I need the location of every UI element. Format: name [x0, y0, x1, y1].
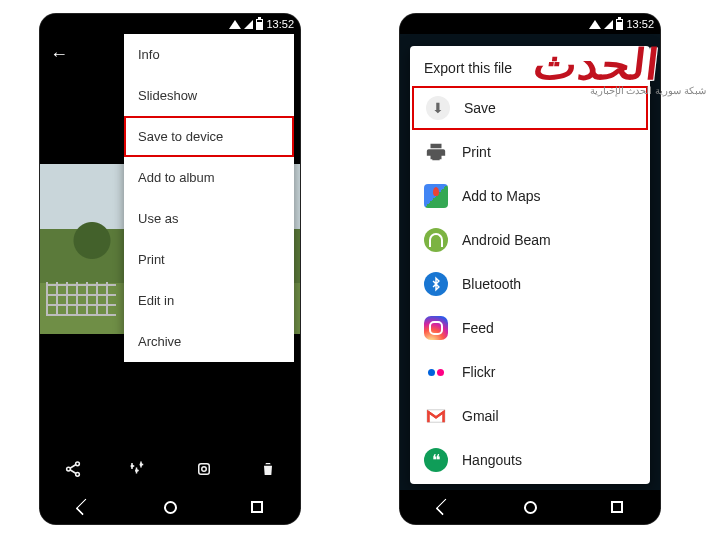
share-item-save[interactable]: ⬇ Save: [412, 86, 648, 130]
menu-item-label: Use as: [138, 211, 178, 226]
share-item-label: Save: [464, 100, 496, 116]
clock: 13:52: [626, 18, 654, 30]
svg-point-4: [136, 470, 138, 472]
share-item-label: Add to Maps: [462, 188, 541, 204]
phone-right: 13:52 Export this file ⬇ Save Print: [400, 14, 660, 524]
menu-item-use-as[interactable]: Use as: [124, 198, 294, 239]
share-item-hangouts[interactable]: ❝ Hangouts: [410, 438, 650, 482]
photo-toolbar: [40, 460, 300, 482]
nav-recent-icon[interactable]: [611, 501, 623, 513]
nav-back-icon[interactable]: [75, 499, 92, 516]
clock: 13:52: [266, 18, 294, 30]
android-beam-icon: [424, 228, 448, 252]
menu-item-label: Archive: [138, 334, 181, 349]
share-item-label: Bluetooth: [462, 276, 521, 292]
gmail-icon: [424, 404, 448, 428]
lens-icon[interactable]: [195, 460, 213, 482]
battery-icon: [256, 19, 263, 30]
share-item-flickr[interactable]: Flickr: [410, 350, 650, 394]
android-nav-bar: [400, 490, 660, 524]
overflow-menu: Info Slideshow Save to device Add to alb…: [124, 34, 294, 362]
menu-item-label: Add to album: [138, 170, 215, 185]
status-bar: 13:52: [400, 14, 660, 34]
menu-item-print[interactable]: Print: [124, 239, 294, 280]
share-item-label: Flickr: [462, 364, 495, 380]
flickr-icon: [424, 360, 448, 384]
svg-point-3: [132, 465, 134, 467]
export-screen: Export this file ⬇ Save Print Add to Map…: [400, 34, 660, 490]
nav-recent-icon[interactable]: [251, 501, 263, 513]
share-item-label: Print: [462, 144, 491, 160]
print-icon: [424, 140, 448, 164]
share-sheet-title: Export this file: [410, 56, 650, 86]
wifi-icon: [229, 20, 241, 29]
menu-item-label: Save to device: [138, 129, 223, 144]
share-item-gmail[interactable]: Gmail: [410, 394, 650, 438]
share-item-label: Hangouts: [462, 452, 522, 468]
download-icon: ⬇: [426, 96, 450, 120]
trash-icon[interactable]: [260, 460, 276, 482]
share-sheet: Export this file ⬇ Save Print Add to Map…: [410, 46, 650, 484]
menu-item-label: Slideshow: [138, 88, 197, 103]
svg-point-5: [141, 464, 143, 466]
menu-item-archive[interactable]: Archive: [124, 321, 294, 362]
battery-icon: [616, 19, 623, 30]
share-item-bluetooth[interactable]: Bluetooth: [410, 262, 650, 306]
menu-item-slideshow[interactable]: Slideshow: [124, 75, 294, 116]
android-nav-bar: [40, 490, 300, 524]
phone-left: 13:52 ←: [40, 14, 300, 524]
share-item-label: Gmail: [462, 408, 499, 424]
nav-home-icon[interactable]: [524, 501, 537, 514]
hangouts-icon: ❝: [424, 448, 448, 472]
share-item-add-to-maps[interactable]: Add to Maps: [410, 174, 650, 218]
menu-item-label: Edit in: [138, 293, 174, 308]
menu-item-info[interactable]: Info: [124, 34, 294, 75]
nav-home-icon[interactable]: [164, 501, 177, 514]
edit-icon[interactable]: [129, 460, 147, 482]
share-icon[interactable]: [64, 460, 82, 482]
menu-item-label: Print: [138, 252, 165, 267]
svg-rect-6: [199, 464, 210, 475]
share-item-feed[interactable]: Feed: [410, 306, 650, 350]
share-item-label: Android Beam: [462, 232, 551, 248]
instagram-icon: [424, 316, 448, 340]
share-item-label: Feed: [462, 320, 494, 336]
svg-point-7: [202, 467, 207, 472]
signal-icon: [244, 20, 253, 29]
signal-icon: [604, 20, 613, 29]
bluetooth-icon: [424, 272, 448, 296]
maps-icon: [424, 184, 448, 208]
wifi-icon: [589, 20, 601, 29]
nav-back-icon[interactable]: [435, 499, 452, 516]
share-item-android-beam[interactable]: Android Beam: [410, 218, 650, 262]
status-bar: 13:52: [40, 14, 300, 34]
menu-item-label: Info: [138, 47, 160, 62]
share-item-print[interactable]: Print: [410, 130, 650, 174]
menu-item-edit-in[interactable]: Edit in: [124, 280, 294, 321]
menu-item-save-to-device[interactable]: Save to device: [124, 116, 294, 157]
back-arrow-icon[interactable]: ←: [50, 44, 68, 65]
menu-item-add-to-album[interactable]: Add to album: [124, 157, 294, 198]
